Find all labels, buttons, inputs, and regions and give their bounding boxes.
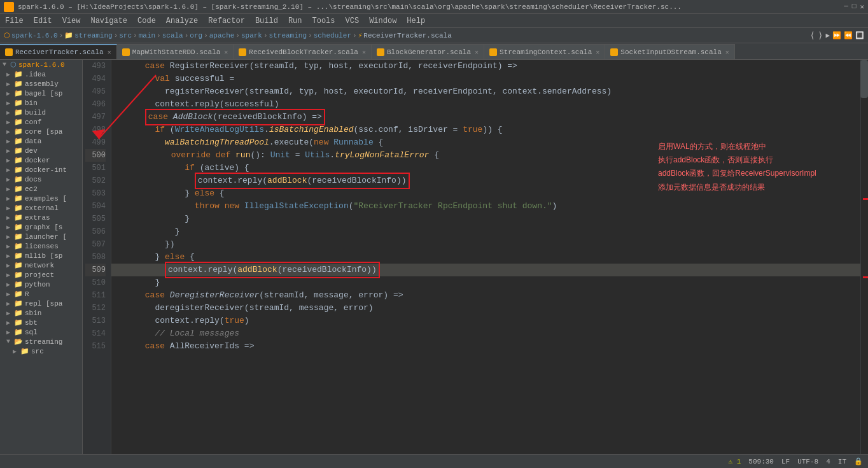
bc-filename[interactable]: ReceiverTracker.scala xyxy=(363,32,452,39)
app-icon xyxy=(4,2,14,12)
tab-streamingcontext[interactable]: StreamingContext.scala ✕ xyxy=(484,44,605,59)
sidebar-item-python[interactable]: ▶ 📁 python xyxy=(0,280,82,289)
close-btn[interactable]: ✕ xyxy=(860,3,864,11)
sidebar-root[interactable]: ▼ ⬡ spark-1.6.0 xyxy=(0,60,82,69)
sidebar-item-licenses[interactable]: ▶ 📁 licenses xyxy=(0,241,82,251)
sidebar-item-docs[interactable]: ▶ 📁 docs xyxy=(0,174,82,184)
line-num-514: 514 xyxy=(85,327,106,340)
maximize-btn[interactable]: □ xyxy=(852,3,857,11)
bc-org[interactable]: org xyxy=(190,32,202,39)
sidebar-item-conf[interactable]: ▶ 📁 conf xyxy=(0,117,82,127)
sidebar-item-bagel[interactable]: ▶ 📁 bagel [sp xyxy=(0,89,82,98)
toolbar-btn-6[interactable]: 🔳 xyxy=(855,31,864,39)
tab-label-6: SocketInputDStream.scala xyxy=(620,48,721,56)
bc-streaming2[interactable]: streaming xyxy=(269,32,307,39)
tab-blockgenerator[interactable]: BlockGenerator.scala ✕ xyxy=(372,44,484,59)
bc-sep1: › xyxy=(59,32,64,39)
toolbar-btn-2[interactable]: ⟩ xyxy=(818,30,823,41)
menu-view[interactable]: View xyxy=(57,14,86,28)
sidebar-item-graphx[interactable]: ▶ 📁 graphx [s xyxy=(0,222,82,232)
menu-bar: File Edit View Navigate Code Analyze Ref… xyxy=(0,14,868,28)
scrollbar-track[interactable] xyxy=(860,60,868,454)
bc-sep8: › xyxy=(263,32,268,39)
tab-close-2[interactable]: ✕ xyxy=(224,48,228,56)
line-ending[interactable]: LF xyxy=(781,458,790,465)
sidebar-item-repl[interactable]: ▶ 📁 repl [spa xyxy=(0,299,82,308)
sidebar-item-build[interactable]: ▶ 📁 build xyxy=(0,108,82,117)
line-num-511: 511 xyxy=(85,289,106,302)
scrollbar-thumb[interactable] xyxy=(860,60,868,98)
bc-scheduler[interactable]: scheduler xyxy=(314,32,351,39)
tab-close-6[interactable]: ✕ xyxy=(725,48,729,56)
minimize-btn[interactable]: ─ xyxy=(844,3,848,11)
menu-tools[interactable]: Tools xyxy=(307,14,340,28)
code-editor[interactable]: 493 494 495 496 497 498 499 500 501 502 … xyxy=(83,60,860,454)
encoding[interactable]: UTF-8 xyxy=(797,458,818,465)
tab-mapwithstate[interactable]: MapWithStateRDD.scala ✕ xyxy=(117,44,234,59)
sidebar-item-sql[interactable]: ▶ 📁 sql xyxy=(0,327,82,337)
menu-file[interactable]: File xyxy=(0,14,29,28)
code-line-493: case RegisterReceiver(streamId, typ, hos… xyxy=(111,60,860,73)
sidebar-item-bin[interactable]: ▶ 📁 bin xyxy=(0,98,82,108)
menu-vcs[interactable]: VCS xyxy=(340,14,365,28)
sidebar-item-assembly[interactable]: ▶ 📁 assembly xyxy=(0,79,82,89)
code-line-511: case DeregisterReceiver(streamId, messag… xyxy=(111,289,860,302)
sidebar-item-project[interactable]: ▶ 📁 project xyxy=(0,270,82,280)
tab-close-3[interactable]: ✕ xyxy=(362,48,366,56)
sidebar-item-launcher[interactable]: ▶ 📁 launcher [ xyxy=(0,232,82,241)
bc-sep7: › xyxy=(235,32,240,39)
sidebar-item-extras[interactable]: ▶ 📁 extras xyxy=(0,213,82,222)
menu-navigate[interactable]: Navigate xyxy=(85,14,132,28)
sidebar-item-streaming[interactable]: ▼ 📂 streaming xyxy=(0,337,82,346)
sidebar-item-core[interactable]: ▶ 📁 core [spa xyxy=(0,127,82,136)
bc-spark[interactable]: spark-1.6.0 xyxy=(11,32,58,39)
sidebar-item-examples[interactable]: ▶ 📁 examples [ xyxy=(0,194,82,203)
menu-build[interactable]: Build xyxy=(250,14,283,28)
menu-edit[interactable]: Edit xyxy=(29,14,57,28)
bc-streaming[interactable]: streaming xyxy=(74,32,112,39)
tab-label-2: MapWithStateRDD.scala xyxy=(132,48,221,56)
sidebar-item-mllib[interactable]: ▶ 📁 mllib [sp xyxy=(0,251,82,260)
tab-socketinput[interactable]: SocketInputDStream.scala ✕ xyxy=(605,44,734,59)
bc-apache[interactable]: apache xyxy=(209,32,235,39)
menu-run[interactable]: Run xyxy=(283,14,307,28)
sidebar-item-idea[interactable]: ▶ 📁 .idea xyxy=(0,69,82,79)
menu-code[interactable]: Code xyxy=(132,14,161,28)
menu-window[interactable]: Window xyxy=(364,14,402,28)
bc-main[interactable]: main xyxy=(139,32,155,39)
bc-file-icon: ⚡ xyxy=(358,31,363,39)
menu-help[interactable]: Help xyxy=(402,14,430,28)
line-num-513: 513 xyxy=(85,315,106,327)
sidebar-item-src[interactable]: ▶ 📁 src xyxy=(0,346,82,356)
toolbar-btn-3[interactable]: ▶ xyxy=(825,31,830,39)
sidebar-item-ec2[interactable]: ▶ 📁 ec2 xyxy=(0,184,82,194)
toolbar-btn-1[interactable]: ⟨ xyxy=(810,30,815,41)
tab-close-1[interactable]: ✕ xyxy=(108,48,111,56)
line-num-497: 497 xyxy=(85,111,106,124)
line-num-493: 493 xyxy=(85,60,106,73)
sidebar-item-R[interactable]: ▶ 📁 R xyxy=(0,289,82,299)
line-num-510: 510 xyxy=(85,276,106,289)
menu-refactor[interactable]: Refactor xyxy=(203,14,250,28)
bc-src[interactable]: src xyxy=(119,32,132,39)
sidebar-item-dev[interactable]: ▶ 📁 dev xyxy=(0,146,82,155)
sidebar-item-sbt[interactable]: ▶ 📁 sbt xyxy=(0,318,82,327)
sidebar-item-dockerint[interactable]: ▶ 📁 docker-int xyxy=(0,165,82,174)
menu-analyze[interactable]: Analyze xyxy=(161,14,203,28)
sidebar-item-sbin[interactable]: ▶ 📁 sbin xyxy=(0,308,82,318)
toolbar-btn-4[interactable]: ⏩ xyxy=(832,31,841,39)
tab-close-4[interactable]: ✕ xyxy=(475,48,479,56)
tab-label-5: StreamingContext.scala xyxy=(500,48,592,56)
sidebar-item-network[interactable]: ▶ 📁 network xyxy=(0,260,82,270)
bc-spark2[interactable]: spark xyxy=(241,32,262,39)
tab-receivedblock[interactable]: ReceivedBlockTracker.scala ✕ xyxy=(234,44,372,59)
sidebar-item-external[interactable]: ▶ 📁 external xyxy=(0,203,82,213)
code-annotation: 启用WAL的方式，则在线程池中 执行addBlock函数，否则直接执行 addB… xyxy=(658,140,862,194)
sidebar-item-data[interactable]: ▶ 📁 data xyxy=(0,136,82,146)
tab-receiver-tracker[interactable]: ReceiverTracker.scala ✕ xyxy=(0,44,117,59)
tab-close-5[interactable]: ✕ xyxy=(596,48,599,56)
code-text[interactable]: case RegisterReceiver(streamId, typ, hos… xyxy=(111,60,860,454)
sidebar-item-docker[interactable]: ▶ 📁 docker xyxy=(0,155,82,165)
bc-scala[interactable]: scala xyxy=(162,32,183,39)
toolbar-btn-5[interactable]: ⏪ xyxy=(844,31,853,39)
